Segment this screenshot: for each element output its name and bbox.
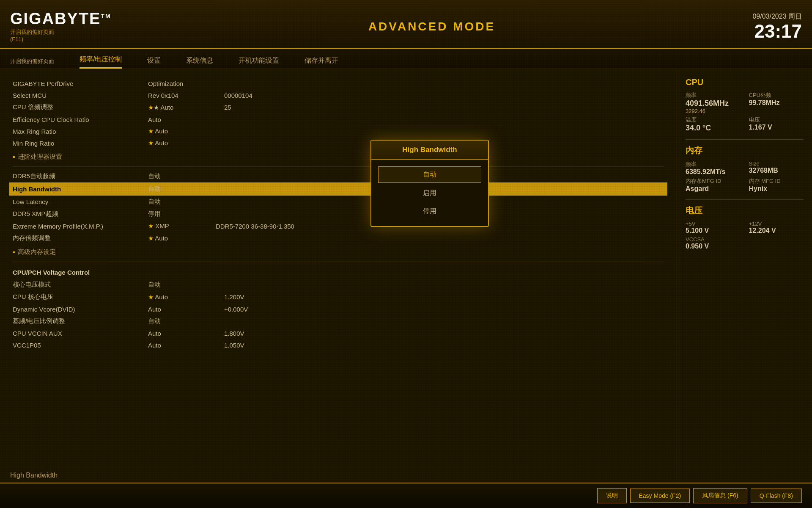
footer-btn-fan-info[interactable]: 风扇信息 (F6)	[693, 488, 747, 503]
cpu-info-grid: 频率 4091.56MHz 3292.46 CPU外频 99.78MHz 温度 …	[686, 91, 804, 133]
gigabyte-logo: GIGABYTETM 开启我的偏好页面 (F11)	[10, 11, 111, 42]
divider	[13, 166, 664, 167]
divider-mem-volt	[686, 199, 804, 200]
cpu-external-freq-value: 99.78MHz	[749, 99, 804, 107]
table-row: Efficiency CPU Clock Ratio Auto	[13, 113, 664, 125]
brand-name: GIGABYTETM	[10, 11, 111, 27]
value2-select-mcu: 00000104	[224, 92, 252, 99]
label-ddr5-auto: DDR5自动超频	[13, 172, 148, 180]
value-low-latency: 自动	[148, 198, 199, 206]
table-row: Select MCU Rev 0x104 00000104	[13, 89, 664, 101]
value2-cpu-ratio: 25	[224, 104, 231, 111]
footer-btn-qflash[interactable]: Q-Flash (F8)	[751, 489, 802, 503]
table-row-ddr5-xmp[interactable]: DDR5 XMP超频 停用	[13, 208, 664, 220]
table-row-xmp[interactable]: Extreme Memory Profile(X.M.P.) ★ XMP DDR…	[13, 220, 664, 232]
nav-item-sysinfo[interactable]: 系统信息	[186, 56, 213, 69]
vccsa: VCCSA 0.950 V	[686, 236, 741, 250]
table-row-vccin[interactable]: CPU VCCIN AUX Auto 1.800V	[13, 327, 664, 339]
value-vcc1p05: Auto	[148, 342, 199, 349]
label-max-ring: Max Ring Ratio	[13, 128, 148, 135]
mem-mfg2-value: Hynix	[749, 185, 804, 193]
vccsa-value: 0.950 V	[686, 243, 741, 250]
table-row: GIGABYTE PerfDrive Optimization	[13, 77, 664, 89]
modal-title: High Bandwidth	[371, 141, 488, 160]
table-row-low-latency[interactable]: Low Latency 自动	[13, 196, 664, 208]
voltage-section-title: 电压	[686, 205, 804, 216]
mem-size: Size 32768MB	[749, 160, 804, 176]
label-low-latency: Low Latency	[13, 198, 148, 205]
table-row-cpu-vcore[interactable]: CPU 核心电压 ★ Auto 1.200V	[13, 291, 664, 303]
value-ddr5-auto: 自动	[148, 172, 199, 180]
label-efficiency-cpu: Efficiency CPU Clock Ratio	[13, 116, 148, 123]
value-gigabyte-perfdrive: Optimization	[148, 80, 199, 87]
nav-item-boot[interactable]: 开机功能设置	[239, 56, 279, 69]
modal-body: 自动 启用 停用	[371, 160, 488, 226]
subtitle-line2: (F11)	[10, 36, 23, 42]
mem-mfg: 内存条MFG ID Asgard	[686, 177, 741, 193]
bullet-icon-2: ▪	[13, 248, 15, 256]
table-row-dvid[interactable]: Dynamic Vcore(DVID) Auto +0.000V	[13, 303, 664, 315]
voltage-info-grid: +5V 5.100 V +12V 12.204 V VCCSA 0.950 V	[686, 221, 804, 250]
v5-value: 5.100 V	[686, 227, 741, 235]
date-display: 09/03/2023 周日	[752, 12, 802, 21]
value-xmp: ★ XMP	[148, 222, 199, 230]
cpu-temp: 温度 34.0 °C	[686, 116, 741, 133]
footer-btn-easy-mode[interactable]: Easy Mode (F2)	[630, 489, 690, 503]
value-high-bandwidth: 自动	[148, 185, 199, 193]
cpu-freq-value: 4091.56MHz	[686, 99, 741, 108]
divider-2	[13, 262, 664, 262]
value-min-ring: ★ Auto	[148, 139, 199, 147]
label-dvid: Dynamic Vcore(DVID)	[13, 306, 148, 313]
advanced-memory-link[interactable]: ▪ 高级内存设定	[13, 246, 664, 258]
v12-value: 12.204 V	[749, 227, 804, 235]
value-cpu-ratio: ★ ★ Auto	[148, 104, 199, 111]
main-content: GIGABYTE PerfDrive Optimization Select M…	[0, 69, 812, 483]
footer: 说明 Easy Mode (F2) 风扇信息 (F6) Q-Flash (F8)	[0, 483, 812, 508]
table-row: CPU 倍频调整 ★ ★ Auto 25	[13, 101, 664, 113]
mem-size-value: 32768MB	[749, 167, 804, 174]
brand-sup: TM	[101, 13, 111, 19]
modal-option-disable[interactable]: 停用	[378, 204, 481, 219]
label-ddr5-xmp: DDR5 XMP超频	[13, 210, 148, 218]
description-text: High Bandwidth	[10, 472, 58, 479]
label-cpu-vcore: CPU 核心电压	[13, 293, 148, 301]
label-mem-freq: 内存倍频调整	[13, 234, 148, 242]
bullet-icon: ▪	[13, 153, 15, 161]
table-row-vcc1p05[interactable]: VCC1P05 Auto 1.050V	[13, 339, 664, 351]
value-vccin: Auto	[148, 330, 199, 337]
label-cpu-ratio: CPU 倍频调整	[13, 103, 148, 111]
nav-item-freq-voltage[interactable]: 频率/电压控制	[80, 55, 122, 69]
nav-item-preferences[interactable]: 开启我的偏好页面	[10, 58, 54, 69]
label-high-bandwidth: High Bandwidth	[13, 185, 148, 193]
table-row-mem-freq[interactable]: 内存倍频调整 ★ Auto	[13, 232, 664, 244]
v12: +12V 12.204 V	[749, 221, 804, 235]
value-efficiency-cpu: Auto	[148, 116, 199, 123]
memory-info-grid: 频率 6385.92MT/s Size 32768MB 内存条MFG ID As…	[686, 160, 804, 193]
table-row-freq-voltage[interactable]: 基频/电压比例调整 自动	[13, 315, 664, 327]
header-center: ADVANCED MODE	[368, 20, 495, 33]
value-max-ring: ★ Auto	[148, 127, 199, 135]
advanced-mode-title: ADVANCED MODE	[368, 20, 495, 33]
footer-btn-description[interactable]: 说明	[597, 488, 627, 503]
high-bandwidth-modal[interactable]: High Bandwidth 自动 启用 停用	[370, 140, 489, 227]
mem-mfg-value: Asgard	[686, 185, 741, 193]
cpu-voltage-value: 1.167 V	[749, 124, 804, 131]
mem-freq-value: 6385.92MT/s	[686, 168, 741, 176]
label-vcc1p05: VCC1P05	[13, 342, 148, 349]
value-vcore-mode: 自动	[148, 281, 199, 289]
bottom-description: High Bandwidth	[10, 472, 668, 479]
modal-option-enable[interactable]: 启用	[378, 185, 481, 201]
advanced-processor-link[interactable]: ▪ 进阶处理器设置	[13, 151, 664, 163]
advanced-processor-label: 进阶处理器设置	[18, 153, 62, 161]
table-row-ddr5-auto[interactable]: DDR5自动超频 自动	[13, 170, 664, 182]
nav-item-save-exit[interactable]: 储存并离开	[304, 56, 338, 69]
table-row-vcore-mode[interactable]: 核心电压模式 自动	[13, 279, 664, 291]
advanced-memory-label: 高级内存设定	[18, 248, 56, 256]
value2-vcc1p05: 1.050V	[224, 342, 244, 349]
nav-item-settings[interactable]: 设置	[147, 56, 161, 69]
voltage-section-header: CPU/PCH Voltage Control	[13, 269, 664, 276]
modal-option-auto[interactable]: 自动	[378, 166, 481, 183]
value2-dvid: +0.000V	[224, 306, 248, 313]
table-row-high-bandwidth[interactable]: High Bandwidth 自动	[9, 182, 667, 196]
label-select-mcu: Select MCU	[13, 92, 148, 99]
